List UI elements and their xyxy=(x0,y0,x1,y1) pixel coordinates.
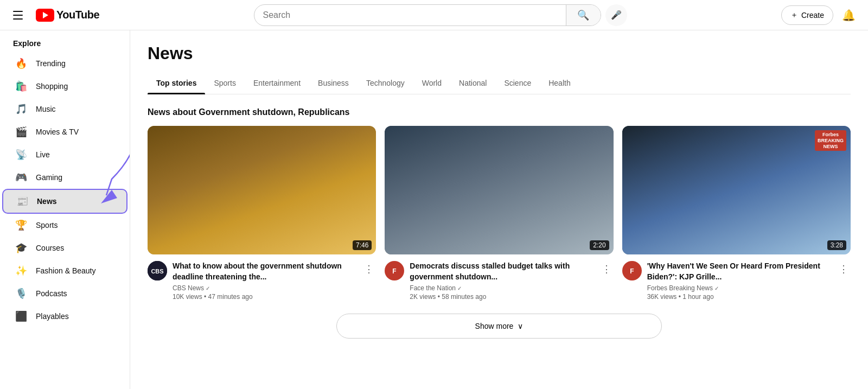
main-content: News Top stories Sports Entertainment Bu… xyxy=(130,30,868,389)
sidebar-item-live[interactable]: 📡 Live xyxy=(2,143,127,166)
sidebar-item-trending[interactable]: 🔥 Trending xyxy=(2,52,127,75)
verified-icon-1: ✓ xyxy=(206,285,210,291)
sidebar-item-movies[interactable]: 🎬 Movies & TV xyxy=(2,120,127,143)
video-thumbnail-1: 7:46 xyxy=(148,126,376,254)
sidebar-item-label: Music xyxy=(36,105,56,113)
channel-name-1: CBS News ✓ xyxy=(173,284,356,292)
sidebar-item-playables[interactable]: ⬛ Playables xyxy=(2,305,127,328)
sidebar-item-label: Sports xyxy=(36,221,58,229)
create-button[interactable]: ＋ Create xyxy=(781,5,833,25)
video-card-1[interactable]: 7:46 CBS What to know about the governme… xyxy=(148,126,376,301)
more-options-2[interactable]: ⋮ xyxy=(599,261,614,301)
sidebar-item-shopping[interactable]: 🛍️ Shopping xyxy=(2,75,127,98)
plus-icon: ＋ xyxy=(790,10,798,20)
microphone-button[interactable]: 🎤 xyxy=(605,4,627,26)
svg-marker-0 xyxy=(101,190,117,203)
video-meta-2: Democrats discuss stalled budget talks w… xyxy=(410,261,593,301)
tab-business[interactable]: Business xyxy=(309,72,358,94)
tab-top-stories[interactable]: Top stories xyxy=(148,72,205,94)
video-stats-1: 10K views • 47 minutes ago xyxy=(173,293,356,301)
video-card-3[interactable]: ForbesBREAKINGNEWS 3:28 F 'Why Haven't W… xyxy=(622,126,851,301)
live-icon: 📡 xyxy=(15,149,27,161)
tab-technology[interactable]: Technology xyxy=(358,72,413,94)
header-center: 🔍 🎤 xyxy=(108,4,773,26)
search-icon: 🔍 xyxy=(577,9,589,21)
hamburger-menu[interactable] xyxy=(9,7,27,24)
video-duration-1: 7:46 xyxy=(353,240,372,250)
svg-text:F: F xyxy=(393,267,397,275)
sidebar-item-label: Gaming xyxy=(36,173,62,182)
channel-avatar-1: CBS xyxy=(148,261,167,280)
youtube-logo-icon xyxy=(36,9,54,22)
sidebar-item-music[interactable]: 🎵 Music xyxy=(2,98,127,120)
sidebar-item-label: News xyxy=(37,197,57,206)
shopping-icon: 🛍️ xyxy=(15,80,27,92)
podcasts-icon: 🎙️ xyxy=(15,288,27,299)
video-thumbnail-3: ForbesBREAKINGNEWS 3:28 xyxy=(622,126,851,254)
sidebar-item-gaming[interactable]: 🎮 Gaming xyxy=(2,166,127,189)
video-thumbnail-2: 2:20 xyxy=(385,126,613,254)
fashion-icon: ✨ xyxy=(15,265,27,277)
show-more-label: Show more xyxy=(475,322,514,330)
tab-entertainment[interactable]: Entertainment xyxy=(245,72,309,94)
app-body: Explore 🔥 Trending 🛍️ Shopping 🎵 Music 🎬… xyxy=(0,30,868,389)
youtube-logo[interactable]: YouTube xyxy=(36,9,99,22)
channel-name-2: Face the Nation ✓ xyxy=(410,284,593,292)
search-button[interactable]: 🔍 xyxy=(566,4,601,26)
tab-world[interactable]: World xyxy=(413,72,450,94)
sidebar-item-label: Playables xyxy=(36,312,69,321)
verified-icon-3: ✓ xyxy=(714,285,719,291)
mic-icon: 🎤 xyxy=(611,10,622,20)
section-title: News about Government shutdown, Republic… xyxy=(148,107,851,117)
channel-avatar-2: F xyxy=(385,261,404,280)
playables-icon: ⬛ xyxy=(15,310,27,322)
chevron-down-icon: ∨ xyxy=(518,322,523,330)
header-right: ＋ Create 🔔 xyxy=(781,4,859,26)
video-card-2[interactable]: 2:20 F Democrats discuss stalled budget … xyxy=(385,126,613,301)
sidebar-item-label: Shopping xyxy=(36,82,68,91)
video-grid: 7:46 CBS What to know about the governme… xyxy=(148,126,851,301)
movies-icon: 🎬 xyxy=(15,126,27,138)
sidebar-item-podcasts[interactable]: 🎙️ Podcasts xyxy=(2,282,127,305)
sidebar-item-label: Courses xyxy=(36,244,64,252)
more-options-1[interactable]: ⋮ xyxy=(362,261,376,301)
courses-icon: 🎓 xyxy=(15,242,27,254)
sidebar-item-courses[interactable]: 🎓 Courses xyxy=(2,237,127,259)
sidebar-item-fashion[interactable]: ✨ Fashion & Beauty xyxy=(2,259,127,282)
tab-sports[interactable]: Sports xyxy=(205,72,244,94)
sidebar-item-news[interactable]: 📰 News xyxy=(2,189,127,214)
video-info-2: F Democrats discuss stalled budget talks… xyxy=(385,261,613,301)
gaming-icon: 🎮 xyxy=(15,171,27,183)
header: YouTube 🔍 🎤 ＋ Create 🔔 xyxy=(0,0,868,30)
page-title: News xyxy=(148,43,851,63)
video-info-3: F 'Why Haven't We Seen Or Heard From Pre… xyxy=(622,261,851,301)
create-label: Create xyxy=(801,11,824,20)
show-more-button[interactable]: Show more ∨ xyxy=(336,314,662,339)
sidebar-item-label: Movies & TV xyxy=(36,127,79,136)
video-stats-3: 36K views • 1 hour ago xyxy=(647,293,831,301)
svg-text:CBS: CBS xyxy=(151,268,163,275)
channel-avatar-3: F xyxy=(622,261,642,280)
sidebar-item-label: Trending xyxy=(36,59,66,68)
search-bar: 🔍 xyxy=(254,4,601,26)
tab-health[interactable]: Health xyxy=(540,72,579,94)
sidebar-item-label: Fashion & Beauty xyxy=(36,266,96,275)
sidebar-item-sports[interactable]: 🏆 Sports xyxy=(2,214,127,237)
tab-national[interactable]: National xyxy=(450,72,495,94)
more-options-3[interactable]: ⋮ xyxy=(837,261,851,301)
svg-text:F: F xyxy=(630,267,634,275)
verified-icon-2: ✓ xyxy=(457,285,462,291)
trending-icon: 🔥 xyxy=(15,58,27,69)
video-title-3: 'Why Haven't We Seen Or Heard From Presi… xyxy=(647,261,831,282)
video-info-1: CBS What to know about the government sh… xyxy=(148,261,376,301)
video-duration-2: 2:20 xyxy=(590,240,609,250)
video-meta-1: What to know about the government shutdo… xyxy=(173,261,356,301)
notifications-button[interactable]: 🔔 xyxy=(838,4,859,26)
sidebar: Explore 🔥 Trending 🛍️ Shopping 🎵 Music 🎬… xyxy=(0,30,130,389)
sidebar-section-title: Explore xyxy=(0,35,130,52)
video-stats-2: 2K views • 58 minutes ago xyxy=(410,293,593,301)
tab-science[interactable]: Science xyxy=(495,72,540,94)
video-title-1: What to know about the government shutdo… xyxy=(173,261,356,282)
search-input[interactable] xyxy=(254,10,566,20)
video-duration-3: 3:28 xyxy=(827,240,846,250)
